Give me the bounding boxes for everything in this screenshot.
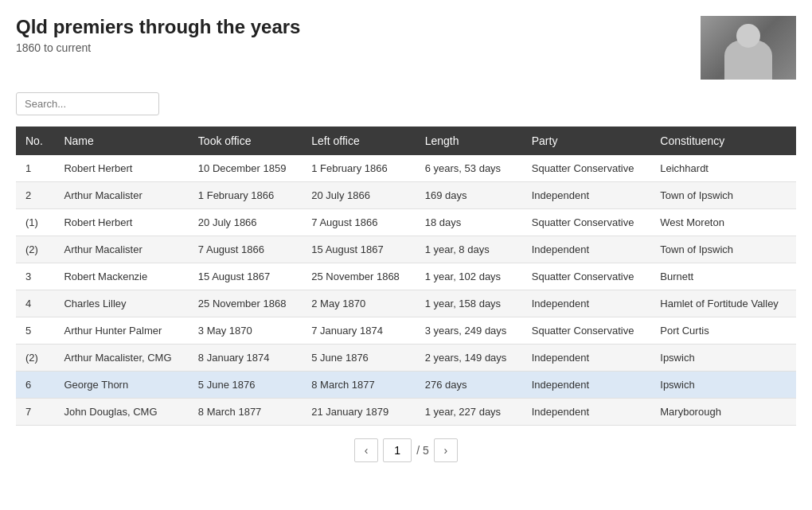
cell-party: Independent [522,236,651,263]
cell-left: 5 June 1876 [302,345,415,372]
cell-no: 7 [16,399,54,426]
cell-name: George Thorn [54,372,188,399]
title-block: Qld premiers through the years 1860 to c… [16,16,300,54]
table-row: (2)Arthur Macalister, CMG8 January 18745… [16,345,796,372]
col-header-left: Left office [302,127,415,155]
col-header-constituency: Constituency [650,127,796,155]
cell-constituency: Hamlet of Fortitude Valley [650,290,796,317]
cell-length: 1 year, 227 days [416,399,522,426]
header-area: Qld premiers through the years 1860 to c… [16,16,796,80]
cell-length: 6 years, 53 days [416,155,522,182]
cell-party: Squatter Conservative [522,263,651,290]
search-input[interactable] [16,92,159,115]
cell-length: 1 year, 158 days [416,290,522,317]
cell-took: 10 December 1859 [189,155,302,182]
col-header-no: No. [16,127,54,155]
cell-left: 15 August 1867 [302,236,415,263]
cell-name: Arthur Macalister [54,236,188,263]
cell-constituency: Ipswich [650,345,796,372]
cell-took: 15 August 1867 [189,263,302,290]
cell-left: 20 July 1866 [302,182,415,209]
cell-constituency: Port Curtis [650,317,796,345]
cell-party: Independent [522,345,651,372]
cell-name: Arthur Macalister [54,182,188,209]
hero-image [701,16,796,80]
cell-no: (2) [16,345,54,372]
cell-length: 276 days [416,372,522,399]
cell-took: 3 May 1870 [189,317,302,345]
cell-no: 5 [16,317,54,345]
cell-left: 25 November 1868 [302,263,415,290]
col-header-took: Took office [189,127,302,155]
cell-length: 3 years, 249 days [416,317,522,345]
table-row: 3Robert Mackenzie15 August 186725 Novemb… [16,263,796,290]
cell-constituency: West Moreton [650,209,796,236]
cell-left: 21 January 1879 [302,399,415,426]
cell-name: Arthur Hunter Palmer [54,317,188,345]
table-row: (2)Arthur Macalister7 August 186615 Augu… [16,236,796,263]
premiers-table: No. Name Took office Left office Length … [16,127,796,426]
cell-party: Independent [522,372,651,399]
pagination: ‹ / 5 › [16,438,796,462]
cell-length: 1 year, 8 days [416,236,522,263]
table-row: 2Arthur Macalister1 February 186620 July… [16,182,796,209]
cell-took: 8 January 1874 [189,345,302,372]
page-separator: / 5 [416,444,429,457]
table-row: 4Charles Lilley25 November 18682 May 187… [16,290,796,317]
cell-party: Squatter Conservative [522,317,651,345]
cell-left: 2 May 1870 [302,290,415,317]
table-row: 7John Douglas, CMG8 March 187721 January… [16,399,796,426]
cell-left: 1 February 1866 [302,155,415,182]
table-row: 1Robert Herbert10 December 18591 Februar… [16,155,796,182]
table-row: 6George Thorn5 June 18768 March 1877276 … [16,372,796,399]
cell-party: Independent [522,399,651,426]
page-subtitle: 1860 to current [16,41,300,54]
cell-party: Independent [522,290,651,317]
col-header-party: Party [522,127,651,155]
cell-constituency: Maryborough [650,399,796,426]
cell-no: 3 [16,263,54,290]
search-area [16,92,796,115]
cell-left: 7 August 1866 [302,209,415,236]
page-title: Qld premiers through the years [16,16,300,38]
cell-party: Squatter Conservative [522,209,651,236]
cell-no: 4 [16,290,54,317]
page-current-input[interactable] [383,438,412,462]
cell-party: Squatter Conservative [522,155,651,182]
cell-took: 1 February 1866 [189,182,302,209]
cell-no: 1 [16,155,54,182]
cell-took: 8 March 1877 [189,399,302,426]
cell-took: 5 June 1876 [189,372,302,399]
cell-length: 1 year, 102 days [416,263,522,290]
cell-name: Arthur Macalister, CMG [54,345,188,372]
cell-name: Robert Herbert [54,155,188,182]
cell-no: 2 [16,182,54,209]
table-header-row: No. Name Took office Left office Length … [16,127,796,155]
cell-took: 20 July 1866 [189,209,302,236]
cell-constituency: Burnett [650,263,796,290]
cell-constituency: Town of Ipswich [650,182,796,209]
table-row: 5Arthur Hunter Palmer3 May 18707 January… [16,317,796,345]
cell-no: (1) [16,209,54,236]
col-header-length: Length [416,127,522,155]
cell-took: 25 November 1868 [189,290,302,317]
cell-left: 7 January 1874 [302,317,415,345]
cell-name: Robert Mackenzie [54,263,188,290]
prev-page-button[interactable]: ‹ [354,438,378,462]
cell-length: 169 days [416,182,522,209]
cell-left: 8 March 1877 [302,372,415,399]
cell-took: 7 August 1866 [189,236,302,263]
col-header-name: Name [54,127,188,155]
cell-no: (2) [16,236,54,263]
cell-name: Charles Lilley [54,290,188,317]
table-row: (1)Robert Herbert20 July 18667 August 18… [16,209,796,236]
cell-constituency: Leichhardt [650,155,796,182]
cell-party: Independent [522,182,651,209]
cell-constituency: Ipswich [650,372,796,399]
cell-constituency: Town of Ipswich [650,236,796,263]
next-page-button[interactable]: › [434,438,458,462]
cell-length: 18 days [416,209,522,236]
cell-name: John Douglas, CMG [54,399,188,426]
cell-no: 6 [16,372,54,399]
cell-length: 2 years, 149 days [416,345,522,372]
